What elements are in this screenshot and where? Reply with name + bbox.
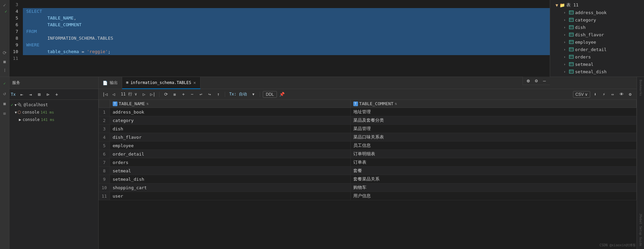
last-page-btn[interactable]: ▷|: [149, 91, 156, 98]
separator-2: [225, 92, 225, 97]
stop-btn[interactable]: ◼: [171, 91, 178, 98]
table-row[interactable]: 3 dish 菜品管理: [99, 125, 637, 133]
undo-btn[interactable]: ↩: [197, 91, 205, 98]
add-btn[interactable]: +: [52, 90, 61, 98]
table-row[interactable]: 9 setmeal_dish 套餐菜品关系: [99, 175, 637, 183]
tree-item-order-detail[interactable]: › order_detail: [550, 46, 644, 53]
tree-item-orders[interactable]: › orders: [550, 53, 644, 60]
table-row[interactable]: 8 setmeal 套餐: [99, 167, 637, 175]
submit-btn[interactable]: ↑: [215, 91, 222, 98]
side-icon-refresh2[interactable]: ↺: [1, 90, 8, 97]
svg-rect-0: [569, 11, 573, 14]
code-editor[interactable]: SELECT TABLE_NAME, TABLE_COMMENT FROM IN…: [23, 0, 550, 77]
row-num: 10: [99, 183, 110, 192]
table-row[interactable]: 7 orders 订单表: [99, 158, 637, 167]
pin-btn[interactable]: ⊳: [44, 90, 52, 98]
eye-btn[interactable]: 👁: [618, 91, 625, 98]
code-line-9: WHERE: [23, 42, 550, 48]
settings-btn[interactable]: ⚙: [627, 91, 634, 98]
table-row[interactable]: 6 order_detail 订单明细表: [99, 150, 637, 158]
side-icon-stop[interactable]: ◼: [1, 100, 8, 107]
service-item-console[interactable]: ▼ ⬡ console 141 ms: [9, 109, 98, 116]
filter-btn[interactable]: ⚡: [600, 91, 608, 98]
row-table-name: orders: [110, 158, 350, 167]
add-datasource-icon[interactable]: ⊕: [525, 77, 532, 84]
service-item-console-child[interactable]: ▶ console 141 ms: [9, 116, 98, 123]
row-comment: 菜品管理: [350, 125, 636, 133]
line-num-6: 6: [9, 22, 20, 28]
side-icon-refresh[interactable]: ⟳: [1, 49, 8, 56]
align-right-btn[interactable]: ⇥: [26, 90, 34, 98]
sort-icon-2[interactable]: ⇅: [395, 101, 397, 106]
col-type-icon-1: T: [113, 101, 117, 106]
chevron-icon: ›: [564, 70, 569, 74]
remove-row-btn[interactable]: −: [188, 91, 196, 98]
tree-item-employee[interactable]: › employee: [550, 38, 644, 46]
chevron-icon: ›: [564, 40, 569, 44]
table-row[interactable]: 11 user 用户信息: [99, 192, 637, 200]
tab-output[interactable]: 📄 输出: [99, 77, 122, 89]
align-left-btn[interactable]: ⇤: [17, 90, 26, 98]
tree-item-address-book[interactable]: › address_book: [550, 9, 644, 16]
redo-btn[interactable]: ↪: [206, 91, 213, 98]
next-page-btn[interactable]: ▷: [140, 91, 148, 98]
line-num-3: 3: [9, 1, 20, 8]
row-num: 3: [99, 125, 110, 133]
tree-item-label: dish: [575, 25, 585, 30]
table-icon: [569, 47, 574, 51]
side-icon-grid[interactable]: ⊞: [1, 110, 8, 117]
tree-item-category[interactable]: › category: [550, 16, 644, 24]
table-row[interactable]: 10 shopping_cart 购物车: [99, 183, 637, 192]
table-row[interactable]: 2 category 菜品及套餐分类: [99, 116, 637, 125]
tab-tables[interactable]: ⊞ information_schema.TABLES ×: [122, 77, 201, 89]
close-panel-icon[interactable]: —: [541, 77, 548, 84]
tx-chevron[interactable]: ▼: [250, 91, 257, 98]
csv-button[interactable]: CSV ∨: [573, 91, 590, 98]
sort-icon-1[interactable]: ⇅: [146, 101, 149, 106]
side-icon-dots[interactable]: ⁞: [1, 67, 8, 74]
table-row[interactable]: 4 dish_flavor 菜品口味关系表: [99, 133, 637, 141]
grid-view-btn[interactable]: ⊞: [35, 90, 43, 98]
chevron-down-icon: ▼: [14, 103, 16, 107]
row-comment: 套餐: [350, 167, 636, 175]
pin-icon[interactable]: 📌: [278, 91, 286, 98]
prev-page-btn[interactable]: ◁: [110, 91, 117, 98]
tree-item-label: setmeal: [575, 62, 594, 67]
tab-close-icon[interactable]: ×: [193, 80, 196, 85]
refresh-btn[interactable]: ⟳: [162, 91, 170, 98]
tree-item-label: address_book: [575, 10, 607, 15]
ddl-button[interactable]: DDL: [263, 91, 277, 98]
settings-icon[interactable]: ⚙: [533, 77, 540, 84]
table-row[interactable]: 1 address_book 地址管理: [99, 108, 637, 116]
first-page-btn[interactable]: |◁: [101, 91, 109, 98]
service-item-localhost[interactable]: ✓ ▼ 🔌 @localhost: [9, 101, 98, 109]
svg-rect-32: [569, 70, 573, 73]
jrebel-label: JRebel Setup Guide: [639, 211, 642, 249]
add-row-btn[interactable]: +: [180, 91, 187, 98]
expand-btn[interactable]: ⇔: [609, 91, 616, 98]
table-name-header[interactable]: T TABLE_NAME ⇅: [110, 100, 350, 108]
table-row[interactable]: 5 employee 员工信息: [99, 141, 637, 150]
row-num: 2: [99, 116, 110, 125]
chevron-icon: ›: [564, 26, 569, 29]
chevron-icon: ›: [564, 11, 569, 14]
side-icon-check[interactable]: ✓: [1, 1, 8, 9]
chevron-icon: ›: [564, 55, 569, 59]
tree-item-dish[interactable]: › dish: [550, 24, 644, 31]
side-icon-square[interactable]: ◼: [1, 58, 8, 65]
row-num: 5: [99, 141, 110, 150]
side-icon-check2[interactable]: ✓: [1, 80, 8, 87]
row-table-name: setmeal: [110, 167, 350, 175]
download-btn[interactable]: ⬇: [592, 91, 599, 98]
chevron-icon: ›: [564, 48, 569, 51]
tree-item-setmeal-dish[interactable]: › setmeal_dish: [550, 68, 644, 75]
row-comment: 订单明细表: [350, 150, 636, 158]
table-comment-header[interactable]: T TABLE_COMMENT ⇅: [350, 100, 636, 108]
tree-item-dish-flavor[interactable]: › dish_flavor: [550, 31, 644, 38]
table-icon: [569, 33, 574, 37]
table-icon: [569, 70, 574, 74]
tables-folder[interactable]: ▼ 📁 表 11: [550, 1, 644, 9]
db-host-icon: 🔌: [17, 102, 22, 107]
tree-item-setmeal[interactable]: › setmeal: [550, 60, 644, 68]
svg-rect-24: [569, 55, 573, 58]
